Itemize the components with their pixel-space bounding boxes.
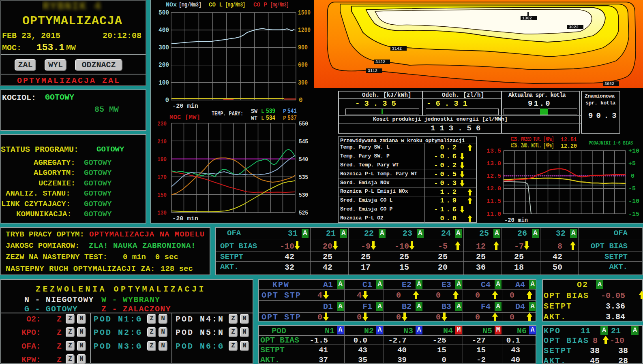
svg-text:-20 min: -20 min (172, 215, 198, 222)
svg-text:L: L (261, 115, 264, 122)
svg-text:-20 min: -20 min (504, 217, 528, 224)
svg-text:WT: WT (251, 115, 257, 122)
svg-text:200: 200 (159, 62, 169, 69)
svg-text:540: 540 (299, 156, 308, 163)
svg-text:3022: 3022 (569, 25, 579, 30)
svg-text:P: P (283, 115, 286, 122)
svg-text:210: 210 (157, 138, 167, 145)
svg-text:0: 0 (165, 97, 169, 104)
svg-text:11.5: 11.5 (487, 198, 501, 205)
svg-text:150: 150 (157, 192, 167, 199)
svg-text:PODAJNIKI 1-6 BIAS: PODAJNIKI 1-6 BIAS (589, 140, 633, 146)
svg-text:+10: +10 (628, 148, 639, 155)
svg-text:-10: -10 (628, 198, 639, 205)
svg-text:600: 600 (298, 62, 308, 69)
svg-text:12.5: 12.5 (487, 173, 501, 180)
svg-text:3142: 3142 (392, 47, 402, 51)
svg-text:100: 100 (159, 79, 169, 87)
svg-text:230: 230 (157, 121, 167, 128)
svg-text:[mg/Nm3]: [mg/Nm3] (225, 2, 245, 9)
svg-text:537: 537 (287, 115, 297, 122)
svg-text:550: 550 (299, 121, 308, 128)
svg-text:13.5: 13.5 (487, 148, 501, 155)
svg-text:13.0: 13.0 (487, 160, 501, 167)
svg-text:190: 190 (157, 156, 167, 163)
svg-text:12.20: 12.20 (561, 143, 577, 150)
svg-text:[mg/Nm3]: [mg/Nm3] (179, 2, 201, 9)
svg-text:500: 500 (159, 9, 169, 17)
svg-text:CIS. ZAD. KOTL. [MPa]: CIS. ZAD. KOTL. [MPa] (511, 143, 554, 149)
svg-text:300: 300 (159, 44, 169, 51)
svg-text:CIS. PRZED TUR. [MPa]: CIS. PRZED TUR. [MPa] (511, 136, 554, 143)
svg-text:170: 170 (157, 174, 167, 181)
svg-text:[mg/Nm3]: [mg/Nm3] (270, 2, 289, 9)
svg-text:535: 535 (299, 174, 308, 181)
svg-text:+5: +5 (628, 160, 636, 167)
svg-text:3112: 3112 (368, 69, 377, 73)
svg-text:3122: 3122 (375, 60, 385, 64)
svg-text:CO L: CO L (209, 2, 223, 9)
svg-text:MOC [MW]: MOC [MW] (169, 114, 200, 121)
svg-text:545: 545 (299, 138, 308, 145)
svg-text:525: 525 (299, 210, 308, 217)
svg-text:-15: -15 (628, 211, 639, 218)
svg-text:NOx: NOx (166, 2, 177, 9)
svg-text:1500: 1500 (298, 9, 311, 17)
svg-text:900: 900 (298, 44, 308, 51)
svg-text:0: 0 (631, 173, 634, 180)
svg-text:-5: -5 (628, 185, 636, 192)
svg-text:-20 min: -20 min (172, 103, 198, 110)
svg-text:300: 300 (298, 79, 308, 87)
svg-text:530: 530 (299, 192, 308, 199)
svg-text:130: 130 (157, 210, 167, 217)
svg-text:400: 400 (159, 27, 169, 34)
svg-text:12.51: 12.51 (561, 136, 577, 143)
svg-text:CO P: CO P (253, 2, 267, 9)
svg-text:12.0: 12.0 (487, 185, 501, 192)
svg-text:1302: 1302 (522, 16, 532, 21)
svg-text:3082: 3082 (604, 82, 614, 86)
svg-text:11.0: 11.0 (487, 211, 501, 218)
svg-text:534: 534 (266, 115, 275, 122)
svg-text:1200: 1200 (298, 27, 311, 34)
svg-text:0: 0 (299, 97, 303, 104)
